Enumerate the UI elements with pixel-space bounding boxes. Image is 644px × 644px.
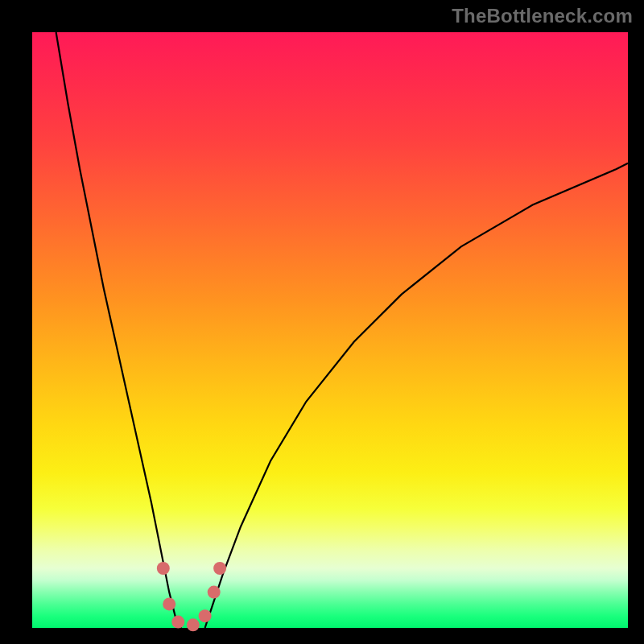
- optimum-markers: [157, 562, 226, 631]
- chart-frame: TheBottleneck.com: [0, 0, 644, 644]
- optimum-marker: [171, 616, 184, 629]
- optimum-marker: [199, 609, 212, 622]
- optimum-marker: [213, 562, 226, 575]
- optimum-marker: [208, 586, 221, 599]
- chart-svg: [32, 32, 628, 628]
- optimum-marker: [157, 562, 170, 575]
- curve-left: [56, 32, 181, 628]
- curve-right: [205, 163, 628, 628]
- optimum-marker: [163, 597, 175, 610]
- watermark-text: TheBottleneck.com: [452, 5, 633, 27]
- optimum-marker: [187, 618, 200, 631]
